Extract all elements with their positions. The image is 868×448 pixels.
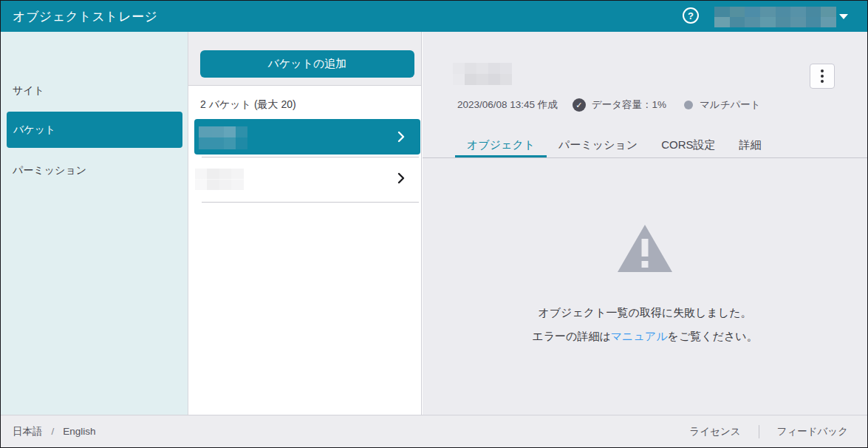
language-switcher: 日本語 / English xyxy=(13,425,96,438)
list-divider xyxy=(202,157,419,157)
error-message-box: オブジェクト一覧の取得に失敗しました。 エラーの詳細はマニュアルをご覧ください。 xyxy=(423,224,867,353)
bucket-list-item[interactable] xyxy=(194,159,420,197)
error-line-2: エラーの詳細はマニュアルをご覧ください。 xyxy=(423,329,867,344)
check-circle-icon: ✓ xyxy=(573,98,586,112)
tab-permission[interactable]: パーミッション xyxy=(547,134,649,157)
tab-objects[interactable]: オブジェクト xyxy=(455,134,547,157)
account-menu-button[interactable] xyxy=(833,1,848,32)
lang-separator: / xyxy=(52,426,55,437)
sidebar-item-permission[interactable]: パーミッション xyxy=(1,156,188,186)
bucket-count-label: 2 バケット (最大 20) xyxy=(200,98,296,112)
help-icon[interactable]: ? xyxy=(683,7,699,24)
warning-triangle-icon xyxy=(617,224,673,273)
bucket-list-toolbar: バケットの追加 xyxy=(188,32,421,86)
redacted-bucket-name xyxy=(195,169,244,190)
tabs-bottom-border xyxy=(423,157,867,158)
kebab-menu-icon[interactable] xyxy=(810,64,835,89)
bucket-detail-panel: 2023/06/08 13:45 作成 ✓ データ容量：1% マルチパート オブ… xyxy=(423,32,867,415)
redacted-bucket-name xyxy=(199,126,247,149)
chevron-right-icon xyxy=(397,172,406,184)
feedback-link[interactable]: フィードバック xyxy=(777,425,848,438)
footer-links: ライセンス フィードバック xyxy=(690,425,849,438)
add-bucket-button[interactable]: バケットの追加 xyxy=(200,50,414,78)
redacted-account-name xyxy=(714,7,836,27)
list-divider xyxy=(202,202,419,203)
tab-cors[interactable]: CORS設定 xyxy=(649,134,727,157)
multipart-label: マルチパート xyxy=(700,98,761,112)
chevron-right-icon xyxy=(397,131,406,143)
error-line-1: オブジェクト一覧の取得に失敗しました。 xyxy=(423,305,867,320)
detail-tabs: オブジェクト パーミッション CORS設定 詳細 xyxy=(455,134,773,157)
lang-japanese-link[interactable]: 日本語 xyxy=(13,425,43,438)
sidebar-item-label: バケット xyxy=(13,123,55,137)
page-title: オブジェクトストレージ xyxy=(13,8,157,25)
lang-english-link[interactable]: English xyxy=(63,426,95,437)
chevron-down-icon xyxy=(839,14,848,19)
bucket-list-panel: バケットの追加 2 バケット (最大 20) xyxy=(188,32,422,415)
sidebar-item-bucket[interactable]: バケット xyxy=(7,112,182,148)
object-storage-window: オブジェクトストレージ ? サイト バケット パーミッション バケットの追加 2… xyxy=(0,0,868,448)
sidebar-item-label: パーミッション xyxy=(13,164,86,177)
sidebar-item-label: サイト xyxy=(13,84,44,98)
bucket-list-item-selected[interactable] xyxy=(194,119,420,155)
license-link[interactable]: ライセンス xyxy=(690,425,741,438)
tab-details[interactable]: 詳細 xyxy=(728,134,773,157)
bucket-meta-row: 2023/06/08 13:45 作成 ✓ データ容量：1% マルチパート xyxy=(457,98,761,112)
app-footer: 日本語 / English ライセンス フィードバック xyxy=(1,415,867,447)
data-capacity-label: データ容量：1% xyxy=(592,98,666,112)
sidebar-item-site[interactable]: サイト xyxy=(1,76,188,106)
manual-link[interactable]: マニュアル xyxy=(611,330,668,342)
app-header: オブジェクトストレージ ? xyxy=(1,1,867,32)
redacted-bucket-title xyxy=(453,63,512,85)
footer-divider xyxy=(759,425,759,438)
created-date-label: 2023/06/08 13:45 作成 xyxy=(457,98,558,112)
status-dot-icon xyxy=(684,101,693,109)
sidebar: サイト バケット パーミッション xyxy=(1,32,188,415)
